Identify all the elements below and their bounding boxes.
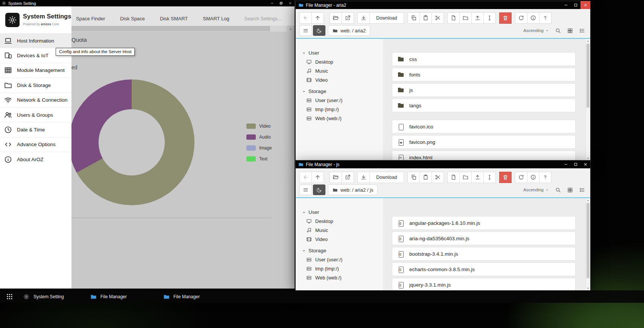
menu-button[interactable]	[299, 25, 312, 36]
minimize-button[interactable]	[561, 1, 571, 9]
tree-item-web-drive[interactable]: Web (web:/)	[306, 273, 383, 282]
delete-button[interactable]	[499, 172, 512, 183]
tree-item-video[interactable]: Video	[306, 235, 383, 244]
tree-item-web-drive[interactable]: Web (web:/)	[306, 114, 383, 123]
sort-order-select[interactable]: Ascending	[523, 28, 549, 33]
upload-button[interactable]	[471, 12, 484, 24]
file-row[interactable]: index.html	[392, 151, 576, 160]
restore-button[interactable]	[276, 0, 286, 6]
properties-button[interactable]	[527, 12, 539, 24]
breadcrumb[interactable]: web: / aria2	[328, 25, 370, 36]
download-button[interactable]: Download	[369, 172, 404, 183]
dark-mode-toggle[interactable]	[313, 25, 325, 36]
properties-button[interactable]	[527, 172, 539, 183]
delete-button[interactable]	[499, 12, 512, 24]
new-folder-button[interactable]	[459, 12, 472, 24]
cut-button[interactable]	[431, 12, 444, 24]
paste-button[interactable]	[419, 172, 432, 183]
tree-item-music[interactable]: Music	[306, 66, 383, 75]
tab-disk-smart[interactable]: Disk SMART	[160, 16, 188, 21]
grid-view-button[interactable]	[567, 28, 573, 34]
file-row[interactable]: angular-packages-1.6.10.min.js	[392, 216, 576, 230]
breadcrumb[interactable]: web: / aria2 / js	[328, 185, 378, 195]
cut-button[interactable]	[431, 172, 444, 183]
tree-item-desktop[interactable]: Desktop	[306, 57, 383, 66]
file-row[interactable]: bootstrap-3.4.1.min.js	[392, 247, 576, 261]
download-icon-button[interactable]	[357, 172, 370, 183]
dark-mode-toggle[interactable]	[313, 185, 325, 195]
titlebar[interactable]: File Manager - js	[296, 160, 590, 168]
titlebar[interactable]: File Manager - aria2	[296, 1, 590, 9]
search-settings-input[interactable]	[245, 16, 293, 21]
grid-view-button[interactable]	[567, 187, 573, 193]
scrollbar-thumb[interactable]	[586, 44, 589, 108]
file-row[interactable]: langs	[392, 99, 576, 112]
file-row[interactable]: favicon.ico	[392, 120, 576, 133]
upload-button[interactable]	[471, 172, 484, 183]
download-button[interactable]: Download	[369, 12, 404, 24]
paste-button[interactable]	[419, 12, 432, 24]
legend-item[interactable]: Audio	[246, 134, 272, 140]
sidebar-item-about-aroz[interactable]: About ArOZ	[0, 152, 71, 166]
close-button[interactable]	[580, 160, 590, 168]
tabs-scrollbar[interactable]	[71, 26, 295, 32]
rename-button[interactable]	[483, 12, 496, 24]
sidebar-item-module-management[interactable]: Module Management	[0, 63, 71, 78]
maximize-button[interactable]	[571, 160, 580, 168]
refresh-button[interactable]	[515, 12, 527, 24]
scrollbar[interactable]	[585, 198, 590, 290]
tree-item-user-drive[interactable]: User (user:/)	[306, 96, 383, 105]
tree-group-storage[interactable]: Storage	[302, 87, 383, 96]
help-button[interactable]	[539, 172, 551, 183]
help-button[interactable]	[539, 12, 551, 24]
scroll-up-icon[interactable]	[586, 40, 590, 42]
scroll-down-icon[interactable]	[586, 157, 590, 160]
rename-button[interactable]	[483, 172, 496, 183]
new-file-button[interactable]	[447, 172, 460, 183]
scroll-right-arrow-icon[interactable]	[287, 26, 295, 32]
tree-item-tmp-drive[interactable]: tmp (tmp:/)	[306, 264, 383, 273]
sidebar-item-date-time[interactable]: Date & Time	[0, 122, 71, 137]
up-button[interactable]	[311, 12, 324, 24]
new-folder-button[interactable]	[459, 172, 472, 183]
back-button[interactable]	[299, 12, 312, 24]
file-row[interactable]: jquery-3.3.1.min.js	[392, 278, 576, 290]
list-view-button[interactable]	[579, 187, 585, 193]
legend-item[interactable]: Text	[246, 156, 272, 162]
open-button[interactable]	[330, 172, 342, 183]
titlebar[interactable]: System Setting	[0, 0, 295, 6]
open-in-new-window-button[interactable]	[342, 12, 354, 24]
taskbar-item-system-setting[interactable]: System Setting	[20, 290, 68, 303]
refresh-button[interactable]	[515, 172, 527, 183]
sidebar-item-advance-options[interactable]: Advance Options	[0, 137, 71, 152]
copy-button[interactable]	[407, 172, 420, 183]
tree-item-desktop[interactable]: Desktop	[306, 217, 383, 226]
tree-group-user[interactable]: User	[302, 49, 383, 57]
tree-group-user[interactable]: User	[302, 208, 383, 217]
scroll-down-icon[interactable]	[586, 287, 590, 290]
minimize-button[interactable]	[561, 160, 571, 168]
search-button[interactable]	[555, 187, 561, 193]
tab-disk-space[interactable]: Disk Space	[120, 16, 145, 21]
scrollbar-thumb[interactable]	[586, 203, 589, 278]
search-button[interactable]	[555, 28, 561, 34]
file-row[interactable]: css	[392, 52, 576, 66]
file-row[interactable]: aria-ng-da5356c403.min.js	[392, 232, 576, 245]
sidebar-item-disk-storage[interactable]: Disk & Storage	[0, 78, 71, 92]
taskbar-item-file-manager-1[interactable]: File Manager	[87, 290, 131, 303]
maximize-button[interactable]	[571, 1, 580, 9]
file-row[interactable]: fonts	[392, 68, 576, 81]
close-button[interactable]	[286, 0, 295, 6]
file-row[interactable]: echarts-common-3.8.5.min.js	[392, 262, 576, 276]
sidebar-item-users-groups[interactable]: Users & Groups	[0, 107, 71, 122]
download-icon-button[interactable]	[357, 12, 370, 24]
tab-space-finder[interactable]: Space Finder	[76, 16, 105, 21]
tree-item-music[interactable]: Music	[306, 226, 383, 235]
up-button[interactable]	[311, 172, 324, 183]
sidebar-item-host-information[interactable]: Host Information	[0, 33, 71, 48]
tree-group-storage[interactable]: Storage	[302, 246, 383, 255]
close-button[interactable]	[580, 1, 590, 9]
tree-item-user-drive[interactable]: User (user:/)	[306, 255, 383, 264]
minimize-button[interactable]	[267, 0, 276, 6]
legend-item[interactable]: Image	[246, 145, 272, 151]
